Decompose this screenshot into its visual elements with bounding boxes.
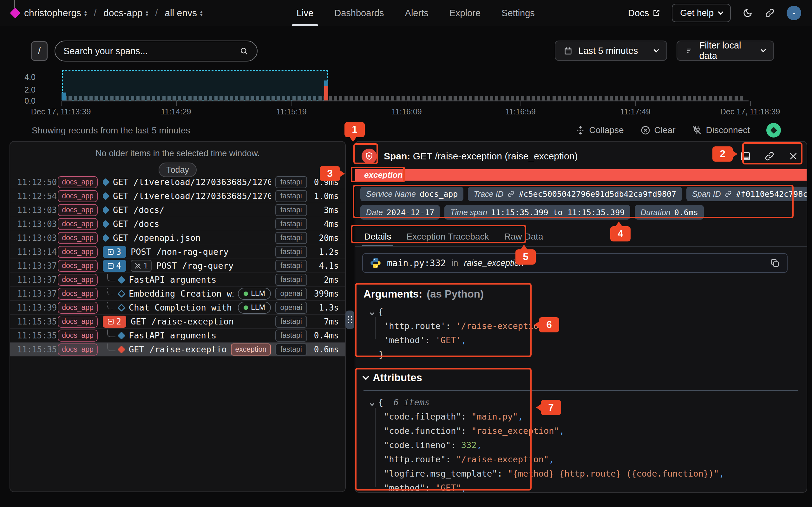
- get-help-button[interactable]: Get help: [672, 4, 731, 22]
- activity-tick: [328, 96, 332, 101]
- list-item[interactable]: 11:12:50docs_appGET /livereload/12703636…: [10, 175, 345, 189]
- span-start-time: 11:15:35: [17, 331, 58, 340]
- tab-dashboards[interactable]: Dashboards: [334, 0, 384, 26]
- app-tag[interactable]: docs_app: [58, 316, 98, 328]
- service-tag[interactable]: fastapi: [275, 176, 307, 188]
- activity-tick: [386, 96, 389, 101]
- app-tag[interactable]: docs_app: [58, 190, 98, 202]
- docs-link[interactable]: Docs: [628, 8, 660, 18]
- service-tag[interactable]: fastapi: [275, 274, 307, 286]
- activity-tick: [136, 96, 140, 101]
- activity-tick: [625, 96, 628, 101]
- service-tag[interactable]: openai: [275, 302, 307, 314]
- activity-tick: [126, 96, 129, 101]
- x-axis-label: 11:16:09: [392, 107, 421, 116]
- children-count-badge[interactable]: 2: [103, 316, 126, 328]
- activity-tick: [375, 96, 379, 101]
- list-item[interactable]: 11:13:37docs_appFastAPI argumentsfastapi…: [10, 273, 345, 287]
- y-axis-label: 0.0: [16, 96, 36, 106]
- app-tag[interactable]: docs_app: [58, 204, 98, 216]
- list-item[interactable]: 11:13:37docs_app41POST /rag-queryfastapi…: [10, 259, 345, 273]
- list-item[interactable]: 11:15:35docs_app2GET /raise-exceptionfas…: [10, 315, 345, 329]
- list-item[interactable]: 11:15:35docs_appFastAPI argumentsfastapi…: [10, 329, 345, 343]
- app-tag[interactable]: docs_app: [58, 330, 98, 342]
- app-tag[interactable]: docs_app: [58, 246, 98, 258]
- activity-tick: [714, 96, 717, 101]
- service-tag[interactable]: fastapi: [275, 204, 307, 216]
- service-tag[interactable]: openai: [275, 288, 307, 300]
- records-status-text: Showing records from the last 5 minutes: [32, 125, 190, 135]
- service-tag[interactable]: fastapi: [275, 316, 307, 328]
- service-tag[interactable]: fastapi: [275, 260, 307, 272]
- disconnect-button[interactable]: Disconnect: [692, 125, 750, 135]
- app-tag[interactable]: docs_app: [58, 274, 98, 286]
- scrubbed-badge[interactable]: 1: [131, 260, 152, 272]
- list-item[interactable]: 11:13:03docs_appGET /docs/fastapi3ms: [10, 203, 345, 217]
- project-selector[interactable]: docs-app ▴▾: [103, 8, 148, 18]
- activity-tick: [303, 96, 306, 101]
- search-input[interactable]: [63, 46, 239, 56]
- llm-pill[interactable]: LLM: [238, 302, 271, 314]
- children-count-badge[interactable]: 3: [103, 246, 126, 258]
- service-tag[interactable]: fastapi: [275, 218, 307, 230]
- list-item[interactable]: 11:12:54docs_appGET /livereload/12703636…: [10, 189, 345, 203]
- selection-window[interactable]: [62, 70, 328, 101]
- exception-tag[interactable]: exception: [231, 343, 271, 355]
- annotation-badge-3: 3: [320, 166, 340, 181]
- list-item[interactable]: 11:13:39docs_appChat Completion with '…L…: [10, 301, 345, 315]
- tab-alerts[interactable]: Alerts: [405, 0, 428, 26]
- code-token: ,: [559, 426, 564, 436]
- logfire-logo-icon[interactable]: [10, 8, 20, 18]
- list-item[interactable]: 11:15:35docs_appGET /raise-exception …ex…: [10, 343, 345, 356]
- activity-tick: [521, 96, 524, 101]
- tab-live[interactable]: Live: [297, 0, 313, 26]
- collapse-button[interactable]: Collapse: [575, 125, 624, 135]
- service-tag[interactable]: fastapi: [275, 246, 307, 258]
- env-selector[interactable]: all envs ▴▾: [165, 8, 202, 18]
- tab-explore[interactable]: Explore: [450, 0, 480, 26]
- activity-tick: [256, 96, 259, 101]
- app-tag[interactable]: docs_app: [58, 260, 98, 272]
- duration: 0.4ms: [307, 331, 345, 340]
- app-tag[interactable]: docs_app: [58, 176, 98, 188]
- activity-tick: [605, 96, 608, 101]
- copy-button[interactable]: [770, 258, 780, 268]
- activity-tick: [251, 96, 254, 101]
- activity-tick: [261, 96, 264, 101]
- clear-button[interactable]: Clear: [641, 125, 676, 135]
- service-tag[interactable]: fastapi: [275, 330, 307, 342]
- app-tag[interactable]: docs_app: [58, 302, 98, 314]
- nav-tabs: LiveDashboardsAlertsExploreSettings: [297, 0, 535, 26]
- service-tag[interactable]: fastapi: [275, 343, 307, 355]
- list-item[interactable]: 11:13:03docs_appGET /docsfastapi4ms: [10, 217, 345, 231]
- list-item[interactable]: 11:13:37docs_appEmbedding Creation wit…L…: [10, 287, 345, 301]
- service-tag[interactable]: fastapi: [275, 232, 307, 244]
- llm-pill[interactable]: LLM: [238, 288, 271, 300]
- service-tag[interactable]: fastapi: [275, 190, 307, 202]
- code-file[interactable]: main.py:332: [387, 258, 446, 268]
- activity-tick: [152, 96, 155, 101]
- connection-status-indicator[interactable]: [766, 123, 781, 137]
- time-range-button[interactable]: Last 5 minutes: [555, 41, 667, 61]
- tab-settings[interactable]: Settings: [502, 0, 535, 26]
- avatar[interactable]: -: [786, 6, 801, 20]
- list-item[interactable]: 11:13:14docs_app3POST /non-rag-queryfast…: [10, 245, 345, 259]
- org-selector[interactable]: christophergs ▴▾: [24, 8, 87, 18]
- activity-tick: [345, 96, 348, 101]
- activity-tick: [563, 96, 566, 101]
- app-tag[interactable]: docs_app: [58, 288, 98, 300]
- share-link-button[interactable]: [764, 8, 775, 18]
- list-item[interactable]: 11:13:03docs_appGET /openapi.jsonfastapi…: [10, 231, 345, 245]
- span-kind-icon: [117, 331, 125, 339]
- annotation-badge-1: 1: [345, 122, 365, 137]
- app-tag[interactable]: docs_app: [58, 232, 98, 244]
- span-name: FastAPI arguments: [129, 331, 271, 340]
- filter-button[interactable]: Filter local data: [676, 41, 774, 61]
- search-icon[interactable]: [239, 46, 249, 56]
- activity-tick: [547, 96, 550, 101]
- app-tag[interactable]: docs_app: [58, 218, 98, 230]
- children-count-badge[interactable]: 4: [103, 260, 126, 272]
- theme-toggle-button[interactable]: [742, 8, 753, 18]
- panel-resize-handle[interactable]: [345, 311, 354, 329]
- app-tag[interactable]: docs_app: [58, 343, 98, 355]
